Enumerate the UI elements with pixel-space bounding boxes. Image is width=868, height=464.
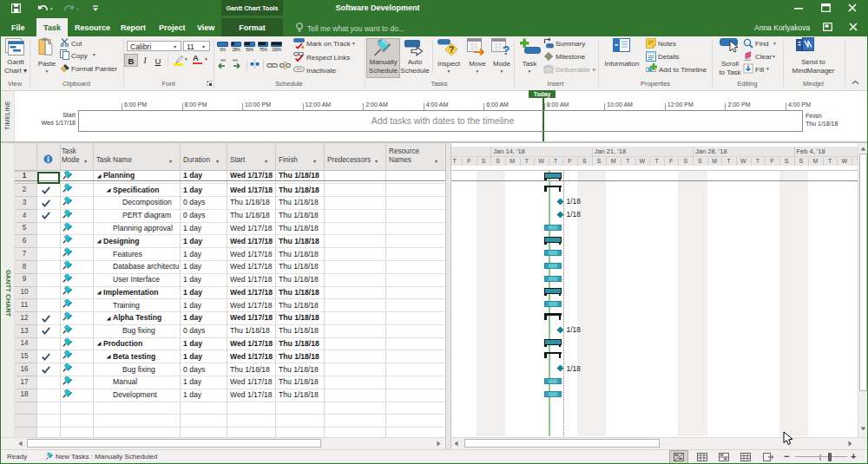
svg-text:?: ? — [503, 43, 510, 57]
svg-text:?: ? — [449, 45, 454, 55]
